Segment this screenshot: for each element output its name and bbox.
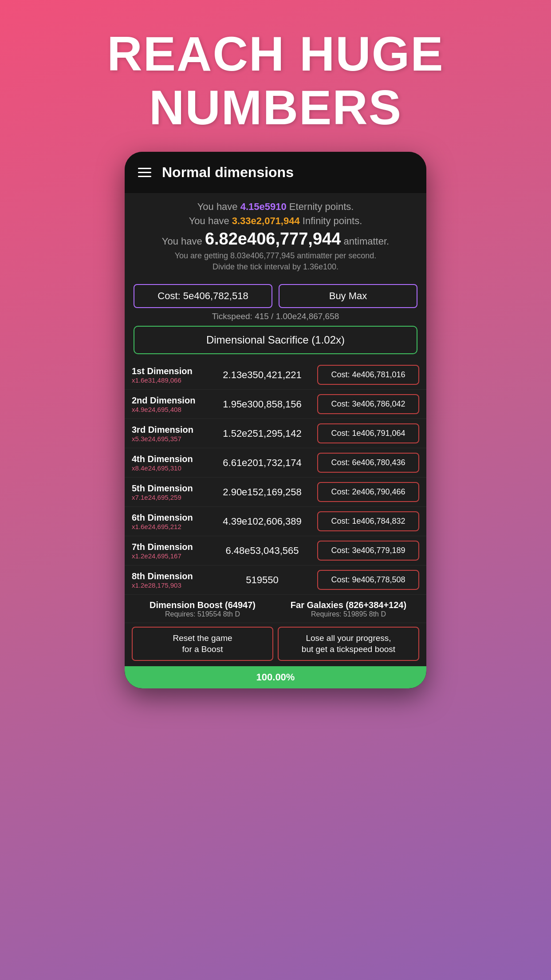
dim-value-8: 519550 <box>207 574 317 586</box>
per-second-stat: You are getting 8.03e406,777,945 antimat… <box>134 251 417 261</box>
stats-section: You have 4.15e5910 Eternity points. You … <box>125 193 426 278</box>
dim-cost-btn-6[interactable]: Cost: 1e406,784,832 <box>317 511 419 531</box>
dim-label-8: 8th Dimension x1.2e28,175,903 <box>132 571 207 589</box>
dim-label-2: 2nd Dimension x4.9e24,695,408 <box>132 395 207 413</box>
dim-cost-btn-8[interactable]: Cost: 9e406,778,508 <box>317 570 419 590</box>
dim-cost-btn-2[interactable]: Cost: 3e406,786,042 <box>317 394 419 414</box>
app-title: Normal dimensions <box>162 164 294 181</box>
dim-cost-btn-3[interactable]: Cost: 1e406,791,064 <box>317 423 419 443</box>
dim-boost-info: Dimension Boost (64947) Requires: 519554… <box>132 600 273 618</box>
dimension-row-1: 1st Dimension x1.6e31,489,066 2.13e350,4… <box>125 360 426 390</box>
dim-cost-btn-4[interactable]: Cost: 6e406,780,436 <box>317 453 419 473</box>
bottom-buttons-row: Reset the game for a Boost Lose all your… <box>125 623 426 666</box>
boost-section: Dimension Boost (64947) Requires: 519554… <box>125 595 426 623</box>
dimension-row-8: 8th Dimension x1.2e28,175,903 519550 Cos… <box>125 565 426 595</box>
dimension-row-6: 6th Dimension x1.6e24,695,212 4.39e102,6… <box>125 507 426 536</box>
menu-button[interactable] <box>138 168 151 177</box>
hero-title: REACH HUGE NUMBERS <box>107 27 444 134</box>
progress-text: 100.00% <box>256 672 295 683</box>
dim-cost-btn-7[interactable]: Cost: 3e406,779,189 <box>317 541 419 561</box>
dimensions-list: 1st Dimension x1.6e31,489,066 2.13e350,4… <box>125 360 426 666</box>
infinity-stat: You have 3.33e2,071,944 Infinity points. <box>134 215 417 227</box>
dimension-row-5: 5th Dimension x7.1e24,695,259 2.90e152,1… <box>125 478 426 507</box>
buy-max-button[interactable]: Buy Max <box>279 284 417 308</box>
dim-label-7: 7th Dimension x1.2e24,695,167 <box>132 542 207 560</box>
dim-value-4: 6.61e201,732,174 <box>207 457 317 469</box>
dim-value-3: 1.52e251,295,142 <box>207 428 317 439</box>
app-header: Normal dimensions <box>125 152 426 193</box>
cost-buttons-row: Cost: 5e406,782,518 Buy Max <box>134 284 417 308</box>
dim-value-6: 4.39e102,606,389 <box>207 516 317 527</box>
dim-label-4: 4th Dimension x8.4e24,695,310 <box>132 454 207 472</box>
dimension-row-4: 4th Dimension x8.4e24,695,310 6.61e201,7… <box>125 448 426 478</box>
eternity-stat: You have 4.15e5910 Eternity points. <box>134 201 417 213</box>
dim-value-1: 2.13e350,421,221 <box>207 369 317 381</box>
dim-cost-btn-1[interactable]: Cost: 4e406,781,016 <box>317 365 419 385</box>
antimatter-stat: You have 6.82e406,777,944 antimatter. <box>134 229 417 249</box>
progress-bar: 100.00% <box>125 666 426 688</box>
galaxies-info: Far Galaxies (826+384+124) Requires: 519… <box>278 600 419 618</box>
dim-label-6: 6th Dimension x1.6e24,695,212 <box>132 513 207 530</box>
tick-interval-stat: Divide the tick interval by 1.36e100. <box>134 262 417 272</box>
dim-label-3: 3rd Dimension x5.3e24,695,357 <box>132 425 207 443</box>
dim-value-7: 6.48e53,043,565 <box>207 545 317 557</box>
tickspeed-line: Tickspeed: 415 / 1.00e24,867,658 <box>125 312 426 321</box>
dimension-row-3: 3rd Dimension x5.3e24,695,357 1.52e251,2… <box>125 419 426 448</box>
dim-value-2: 1.95e300,858,156 <box>207 399 317 410</box>
reset-boost-button[interactable]: Reset the game for a Boost <box>132 627 273 661</box>
app-body: You have 4.15e5910 Eternity points. You … <box>125 193 426 666</box>
cost-button[interactable]: Cost: 5e406,782,518 <box>134 284 272 308</box>
phone-frame: Normal dimensions You have 4.15e5910 Ete… <box>125 152 426 688</box>
dimension-row-2: 2nd Dimension x4.9e24,695,408 1.95e300,8… <box>125 390 426 419</box>
dimension-row-7: 7th Dimension x1.2e24,695,167 6.48e53,04… <box>125 536 426 565</box>
tickspeed-boost-button[interactable]: Lose all your progress, but get a ticksp… <box>278 627 419 661</box>
dim-cost-btn-5[interactable]: Cost: 2e406,790,466 <box>317 482 419 502</box>
dim-value-5: 2.90e152,169,258 <box>207 486 317 498</box>
dim-label-1: 1st Dimension x1.6e31,489,066 <box>132 366 207 384</box>
dim-label-5: 5th Dimension x7.1e24,695,259 <box>132 483 207 501</box>
sacrifice-button[interactable]: Dimensional Sacrifice (1.02x) <box>134 326 417 354</box>
